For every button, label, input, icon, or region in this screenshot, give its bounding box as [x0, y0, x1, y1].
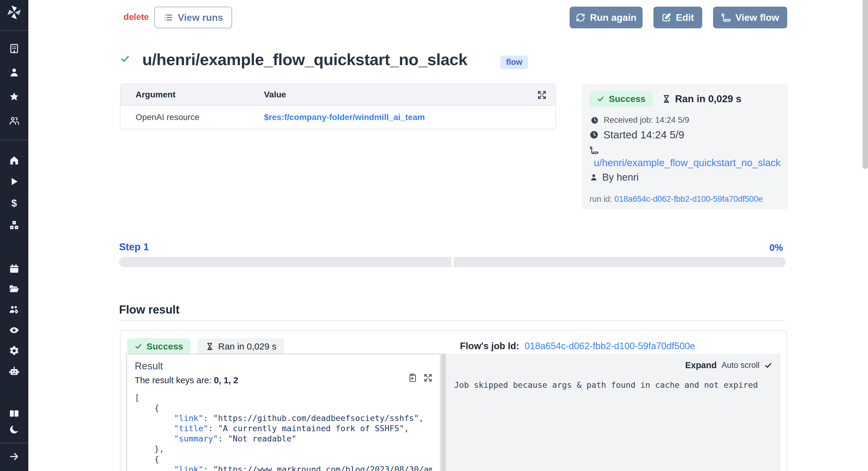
argument-name: OpenAI resource — [121, 113, 264, 122]
windmill-logo-icon[interactable] — [0, 4, 28, 21]
progress-segment[interactable] — [119, 257, 452, 267]
sidebar: $ — [0, 0, 28, 471]
sidebar-divider — [0, 443, 28, 443]
gear-icon[interactable] — [0, 345, 28, 357]
run-id-row: run id: 018a654c-d062-fbb2-d100-59fa70df… — [590, 195, 780, 204]
arrow-right-icon[interactable] — [0, 450, 28, 463]
autoscroll-label[interactable]: Auto scroll — [721, 361, 760, 370]
log-panel[interactable]: Expand Auto scroll Job skipped because a… — [446, 354, 781, 471]
svg-text:$: $ — [11, 198, 17, 209]
panel-splitter[interactable] — [441, 354, 446, 471]
flow-job-id-row: Flow's job Id: 018a654c-d062-fbb2-d100-5… — [460, 341, 695, 352]
building-icon[interactable] — [0, 42, 28, 55]
flow-path-link[interactable]: u/henri/example_flow_quickstart_no_slack — [590, 157, 780, 169]
user-icon — [590, 173, 598, 181]
eye-icon[interactable] — [0, 324, 28, 336]
copy-icon[interactable] — [407, 373, 417, 383]
job-id-label: Flow's job Id: — [460, 341, 519, 352]
divider — [119, 320, 786, 321]
hourglass-icon — [206, 342, 214, 351]
hourglass-icon — [662, 94, 671, 104]
view-flow-label: View flow — [735, 12, 779, 23]
ran-in-duration: Ran in 0,029 s — [662, 93, 741, 105]
created-by-row: By henri — [590, 172, 780, 183]
sidebar-divider — [0, 30, 28, 31]
check-icon[interactable] — [764, 361, 772, 370]
view-runs-label: View runs — [178, 12, 223, 23]
sidebar-divider — [0, 140, 28, 140]
status-panel: Success Ran in 0,029 s Received job: 14:… — [582, 84, 788, 210]
calendar-icon[interactable] — [0, 263, 28, 275]
user-icon[interactable] — [0, 66, 28, 79]
dollar-icon[interactable]: $ — [0, 197, 28, 209]
run-again-label: Run again — [590, 12, 637, 23]
delete-button[interactable]: delete — [124, 12, 149, 22]
column-value: Value — [264, 90, 286, 99]
run-id-link[interactable]: 018a654c-d062-fbb2-d100-59fa70df500e — [615, 195, 763, 204]
success-check-icon — [120, 54, 130, 64]
clock-icon — [590, 130, 598, 139]
clock-icon — [591, 116, 598, 124]
expand-icon[interactable] — [537, 90, 547, 100]
scroll-icon — [590, 146, 780, 155]
status-badge: Success — [590, 91, 653, 107]
flow-result-heading: Flow result — [119, 303, 180, 316]
result-duration-badge: Ran in 0,029 s — [198, 338, 284, 355]
log-text: Job skipped because args & path found in… — [454, 380, 758, 390]
view-runs-button[interactable]: View runs — [154, 7, 232, 28]
job-id-link[interactable]: 018a654c-d062-fbb2-d100-59fa70df500e — [525, 341, 695, 352]
progress-segment[interactable] — [454, 257, 786, 267]
table-row: OpenAI resource $res:f/company-folder/wi… — [121, 106, 555, 129]
star-icon[interactable] — [0, 91, 28, 103]
view-flow-button[interactable]: View flow — [713, 7, 787, 28]
refresh-icon — [576, 13, 585, 22]
flow-result-card: Success Ran in 0,029 s Flow's job Id: 01… — [120, 330, 787, 471]
step-percent: 0% — [770, 242, 783, 253]
received-job-row: Received job: 14:24 5/9 — [590, 116, 780, 125]
flow-badge: flow — [500, 56, 528, 69]
argument-value-link[interactable]: $res:f/company-folder/windmill_ai_team — [264, 113, 425, 122]
robot-icon[interactable] — [0, 366, 28, 378]
log-expand-button[interactable]: Expand — [685, 360, 717, 370]
users-icon[interactable] — [0, 115, 28, 127]
started-row: Started 14:24 5/9 — [590, 129, 780, 141]
edit-icon — [661, 13, 671, 22]
expand-icon[interactable] — [423, 373, 433, 383]
moon-icon[interactable] — [0, 423, 28, 435]
book-open-icon[interactable] — [0, 408, 28, 420]
play-icon[interactable] — [0, 176, 28, 187]
arguments-table-header: Argument Value — [121, 84, 555, 106]
scrollbar-thumb[interactable] — [863, 0, 868, 169]
result-panel: Result The result keys are: 0, 1, 2 — [126, 354, 441, 471]
edit-label: Edit — [676, 12, 694, 23]
scroll-icon — [721, 13, 731, 22]
result-keys: The result keys are: 0, 1, 2 — [135, 375, 432, 385]
arguments-table: Argument Value OpenAI resource $res:f/co… — [120, 84, 556, 129]
step-label[interactable]: Step 1 — [119, 241, 149, 253]
column-argument: Argument — [121, 90, 264, 99]
result-json[interactable]: [ { "link": "https://github.com/deadbeef… — [135, 392, 432, 471]
home-icon[interactable] — [0, 154, 28, 167]
page-title: u/henri/example_flow_quickstart_no_slack — [142, 50, 467, 69]
cubes-icon[interactable] — [0, 219, 28, 231]
result-label: Result — [135, 360, 432, 372]
progress-bar — [119, 257, 786, 267]
run-again-button[interactable]: Run again — [569, 7, 643, 28]
list-icon — [163, 13, 173, 22]
edit-button[interactable]: Edit — [653, 7, 702, 28]
users-gear-icon[interactable] — [0, 304, 28, 316]
folder-open-icon[interactable] — [0, 283, 28, 295]
result-status-badge: Success — [127, 338, 190, 355]
